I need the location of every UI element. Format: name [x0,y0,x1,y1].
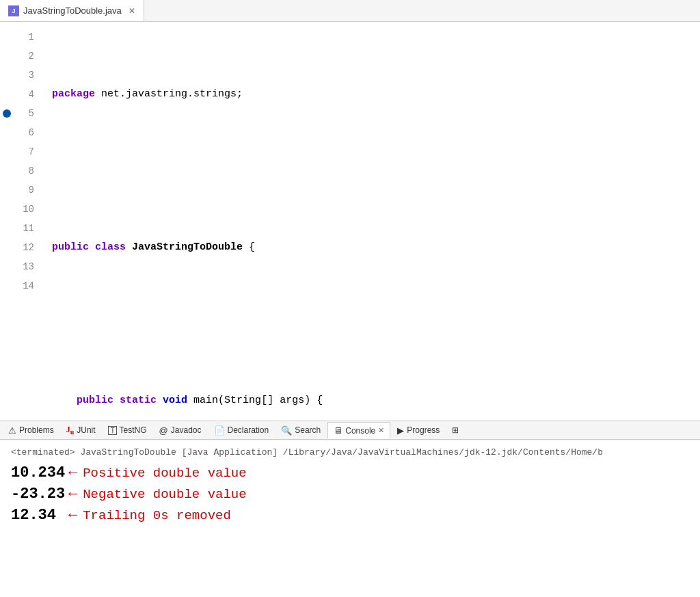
ln-3: 3 [14,66,34,85]
code-line-1: package net.javastring.strings; [52,85,700,104]
breakpoint-marker[interactable] [3,109,11,118]
ln-14: 14 [14,276,34,295]
tab-declaration-label: Declaration [228,425,269,435]
tab-console[interactable]: 🖥 Console ✕ [327,422,390,438]
tab-junit[interactable]: Ju JUnit [61,422,101,438]
line-numbers: 1 2 3 4 5 6 7 8 9 10 11 12 13 14 [14,22,41,421]
console-tab-close[interactable]: ✕ [378,426,384,435]
breakpoint-area [0,22,14,421]
tab-junit-label: JUnit [77,425,95,435]
console-label-1: Positive double value [83,466,246,481]
console-label-2: Negative double value [83,487,246,502]
declaration-icon: 📄 [214,425,225,436]
code-line-4 [52,315,700,334]
console-value-3: 12.34 [11,507,66,524]
bottom-tab-bar: ⚠ Problems Ju JUnit 🅃 TestNG @ Javadoc 📄… [0,421,700,440]
bp-line5 [0,104,14,123]
console-label-3: Trailing 0s removed [83,508,231,523]
ln-5: 5 [14,104,34,123]
ln-4: 4 [14,85,34,104]
bp-empty2 [0,66,14,85]
arrow-icon-3: ← [68,508,77,523]
arrow-icon-2: ← [68,487,77,502]
tab-extra[interactable]: ⊞ [446,422,464,438]
progress-icon: ▶ [397,425,404,436]
tab-filename: JavaStringToDouble.java [23,5,122,16]
console-icon: 🖥 [334,425,342,436]
ln-8: 8 [14,161,34,181]
console-header: <terminated> JavaStringToDouble [Java Ap… [11,447,689,457]
ln-1: 1 [14,27,34,47]
java-file-icon: J [8,5,19,16]
junit-icon: Ju [66,425,75,436]
ln-6: 6 [14,123,34,142]
tab-testng[interactable]: 🅃 TestNG [103,422,152,438]
arrow-icon-1: ← [68,466,77,481]
ln-11: 11 [14,219,34,238]
testng-icon: 🅃 [108,425,117,436]
problems-icon: ⚠ [8,425,16,436]
ln-2: 2 [14,47,34,66]
bp-empty3 [0,85,14,104]
tab-progress-label: Progress [407,425,440,435]
console-value-2: -23.23 [11,486,66,503]
editor-area: 1 2 3 4 5 6 7 8 9 10 11 12 13 14 package… [0,22,700,421]
console-row-2: -23.23 ← Negative double value [11,486,689,503]
ln-9: 9 [14,181,34,200]
code-container: 1 2 3 4 5 6 7 8 9 10 11 12 13 14 package… [0,22,700,421]
javadoc-icon: @ [159,425,168,436]
tab-bar: J JavaStringToDouble.java ✕ [0,0,700,22]
console-area: <terminated> JavaStringToDouble [Java Ap… [0,440,700,597]
editor-tab[interactable]: J JavaStringToDouble.java ✕ [0,0,144,21]
tab-console-label: Console [345,426,375,436]
code-line-5: public static void main(String[] args) { [52,391,700,410]
bp-spacer [0,27,14,47]
code-line-2 [52,161,700,181]
tab-problems[interactable]: ⚠ Problems [3,422,59,438]
tab-search[interactable]: 🔍 Search [275,422,326,438]
console-row-3: 12.34 ← Trailing 0s removed [11,507,689,524]
tab-extra-icon: ⊞ [452,425,459,435]
tab-declaration[interactable]: 📄 Declaration [208,422,275,438]
code-editor[interactable]: package net.javastring.strings; public c… [41,22,700,421]
tab-close-button[interactable]: ✕ [129,6,135,16]
tab-testng-label: TestNG [120,425,147,435]
console-row-1: 10.234 ← Positive double value [11,464,689,481]
ln-12: 12 [14,238,34,257]
search-icon: 🔍 [281,425,292,436]
tab-javadoc-label: Javadoc [171,425,202,435]
ln-13: 13 [14,257,34,276]
bp-empty1 [0,47,14,66]
tab-search-label: Search [295,425,321,435]
tab-progress[interactable]: ▶ Progress [392,422,445,438]
tab-javadoc[interactable]: @ Javadoc [154,422,207,438]
ln-10: 10 [14,200,34,219]
tab-problems-label: Problems [19,425,54,435]
ln-7: 7 [14,142,34,161]
console-value-1: 10.234 [11,464,66,481]
code-line-3: public class JavaStringToDouble { [52,238,700,257]
